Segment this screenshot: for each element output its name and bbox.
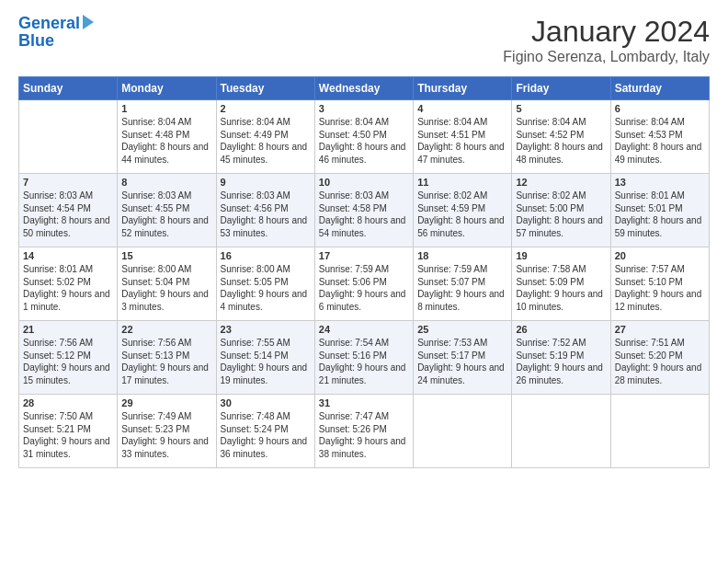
- day-info: Sunrise: 7:50 AMSunset: 5:21 PMDaylight:…: [23, 410, 113, 460]
- day-cell: 23Sunrise: 7:55 AMSunset: 5:14 PMDayligh…: [216, 321, 314, 395]
- logo-text: General: [18, 15, 80, 33]
- day-number: 6: [615, 103, 705, 114]
- day-info: Sunrise: 8:04 AMSunset: 4:48 PMDaylight:…: [121, 116, 211, 166]
- day-number: 24: [319, 324, 409, 335]
- week-row-5: 28Sunrise: 7:50 AMSunset: 5:21 PMDayligh…: [19, 395, 710, 468]
- day-number: 9: [221, 177, 311, 188]
- day-number: 16: [221, 250, 311, 261]
- day-info: Sunrise: 7:51 AMSunset: 5:20 PMDaylight:…: [615, 337, 705, 386]
- logo-blue: Blue: [18, 31, 94, 51]
- day-cell: 4Sunrise: 8:04 AMSunset: 4:51 PMDaylight…: [414, 100, 512, 174]
- day-cell: 26Sunrise: 7:52 AMSunset: 5:19 PMDayligh…: [512, 321, 610, 395]
- day-cell: [414, 395, 512, 468]
- day-info: Sunrise: 7:57 AMSunset: 5:10 PMDaylight:…: [615, 263, 705, 313]
- day-info: Sunrise: 8:03 AMSunset: 4:54 PMDaylight:…: [23, 190, 113, 239]
- day-cell: [512, 395, 610, 468]
- day-info: Sunrise: 8:04 AMSunset: 4:49 PMDaylight:…: [221, 116, 311, 166]
- title-block: January 2024 Figino Serenza, Lombardy, I…: [503, 15, 710, 65]
- day-number: 22: [121, 324, 211, 335]
- day-info: Sunrise: 7:59 AMSunset: 5:07 PMDaylight:…: [417, 263, 507, 313]
- week-row-1: 1Sunrise: 8:04 AMSunset: 4:48 PMDaylight…: [19, 100, 710, 174]
- day-info: Sunrise: 7:58 AMSunset: 5:09 PMDaylight:…: [516, 263, 606, 313]
- day-cell: 20Sunrise: 7:57 AMSunset: 5:10 PMDayligh…: [610, 247, 709, 321]
- day-cell: 13Sunrise: 8:01 AMSunset: 5:01 PMDayligh…: [610, 174, 709, 247]
- day-info: Sunrise: 8:00 AMSunset: 5:05 PMDaylight:…: [221, 263, 311, 313]
- week-row-3: 14Sunrise: 8:01 AMSunset: 5:02 PMDayligh…: [19, 247, 710, 321]
- day-number: 7: [23, 177, 113, 188]
- day-cell: 22Sunrise: 7:56 AMSunset: 5:13 PMDayligh…: [118, 321, 216, 395]
- day-number: 5: [516, 103, 606, 114]
- day-info: Sunrise: 7:52 AMSunset: 5:19 PMDaylight:…: [516, 337, 606, 386]
- calendar-table: Sunday Monday Tuesday Wednesday Thursday…: [18, 76, 710, 468]
- day-info: Sunrise: 8:01 AMSunset: 5:01 PMDaylight:…: [615, 190, 705, 239]
- day-info: Sunrise: 8:00 AMSunset: 5:04 PMDaylight:…: [121, 263, 211, 313]
- day-info: Sunrise: 7:56 AMSunset: 5:13 PMDaylight:…: [121, 337, 211, 386]
- day-info: Sunrise: 8:04 AMSunset: 4:53 PMDaylight:…: [615, 116, 705, 166]
- day-cell: 1Sunrise: 8:04 AMSunset: 4:48 PMDaylight…: [118, 100, 216, 174]
- day-cell: 5Sunrise: 8:04 AMSunset: 4:52 PMDaylight…: [512, 100, 610, 174]
- day-cell: 8Sunrise: 8:03 AMSunset: 4:55 PMDaylight…: [118, 174, 216, 247]
- day-info: Sunrise: 7:59 AMSunset: 5:06 PMDaylight:…: [319, 263, 409, 313]
- location: Figino Serenza, Lombardy, Italy: [503, 49, 710, 65]
- col-sunday: Sunday: [19, 77, 118, 100]
- day-cell: 12Sunrise: 8:02 AMSunset: 5:00 PMDayligh…: [512, 174, 610, 247]
- day-cell: 7Sunrise: 8:03 AMSunset: 4:54 PMDaylight…: [19, 174, 118, 247]
- day-cell: 18Sunrise: 7:59 AMSunset: 5:07 PMDayligh…: [414, 247, 512, 321]
- day-cell: 24Sunrise: 7:54 AMSunset: 5:16 PMDayligh…: [314, 321, 413, 395]
- day-cell: 30Sunrise: 7:48 AMSunset: 5:24 PMDayligh…: [216, 395, 314, 468]
- day-cell: 15Sunrise: 8:00 AMSunset: 5:04 PMDayligh…: [118, 247, 216, 321]
- day-info: Sunrise: 7:49 AMSunset: 5:23 PMDaylight:…: [121, 410, 211, 460]
- day-number: 10: [319, 177, 409, 188]
- day-number: 27: [615, 324, 705, 335]
- day-cell: [19, 100, 118, 174]
- col-saturday: Saturday: [610, 77, 709, 100]
- day-number: 31: [319, 397, 409, 408]
- day-cell: 16Sunrise: 8:00 AMSunset: 5:05 PMDayligh…: [216, 247, 314, 321]
- day-info: Sunrise: 8:03 AMSunset: 4:55 PMDaylight:…: [121, 190, 211, 239]
- day-number: 17: [319, 250, 409, 261]
- col-tuesday: Tuesday: [216, 77, 314, 100]
- logo-arrow-icon: [83, 15, 94, 29]
- week-row-4: 21Sunrise: 7:56 AMSunset: 5:12 PMDayligh…: [19, 321, 710, 395]
- day-number: 30: [221, 397, 311, 408]
- day-cell: 28Sunrise: 7:50 AMSunset: 5:21 PMDayligh…: [19, 395, 118, 468]
- day-number: 11: [417, 177, 507, 188]
- day-cell: [610, 395, 709, 468]
- header-row: Sunday Monday Tuesday Wednesday Thursday…: [19, 77, 710, 100]
- day-number: 3: [319, 103, 409, 114]
- day-info: Sunrise: 8:04 AMSunset: 4:52 PMDaylight:…: [516, 116, 606, 166]
- day-cell: 14Sunrise: 8:01 AMSunset: 5:02 PMDayligh…: [19, 247, 118, 321]
- day-number: 20: [615, 250, 705, 261]
- header: General Blue January 2024 Figino Serenza…: [18, 15, 710, 65]
- day-info: Sunrise: 8:01 AMSunset: 5:02 PMDaylight:…: [23, 263, 113, 313]
- day-info: Sunrise: 7:47 AMSunset: 5:26 PMDaylight:…: [319, 410, 409, 460]
- logo: General Blue: [18, 15, 94, 51]
- day-cell: 6Sunrise: 8:04 AMSunset: 4:53 PMDaylight…: [610, 100, 709, 174]
- day-number: 18: [417, 250, 507, 261]
- day-number: 25: [417, 324, 507, 335]
- day-info: Sunrise: 7:53 AMSunset: 5:17 PMDaylight:…: [417, 337, 507, 386]
- day-cell: 17Sunrise: 7:59 AMSunset: 5:06 PMDayligh…: [314, 247, 413, 321]
- day-info: Sunrise: 8:02 AMSunset: 5:00 PMDaylight:…: [516, 190, 606, 239]
- day-number: 23: [221, 324, 311, 335]
- day-info: Sunrise: 7:56 AMSunset: 5:12 PMDaylight:…: [23, 337, 113, 386]
- day-cell: 19Sunrise: 7:58 AMSunset: 5:09 PMDayligh…: [512, 247, 610, 321]
- day-cell: 29Sunrise: 7:49 AMSunset: 5:23 PMDayligh…: [118, 395, 216, 468]
- month-title: January 2024: [503, 15, 710, 49]
- day-number: 26: [516, 324, 606, 335]
- day-cell: 11Sunrise: 8:02 AMSunset: 4:59 PMDayligh…: [414, 174, 512, 247]
- day-number: 1: [121, 103, 211, 114]
- day-cell: 10Sunrise: 8:03 AMSunset: 4:58 PMDayligh…: [314, 174, 413, 247]
- day-number: 13: [615, 177, 705, 188]
- week-row-2: 7Sunrise: 8:03 AMSunset: 4:54 PMDaylight…: [19, 174, 710, 247]
- day-number: 29: [121, 397, 211, 408]
- day-number: 4: [417, 103, 507, 114]
- day-cell: 9Sunrise: 8:03 AMSunset: 4:56 PMDaylight…: [216, 174, 314, 247]
- day-cell: 21Sunrise: 7:56 AMSunset: 5:12 PMDayligh…: [19, 321, 118, 395]
- day-number: 14: [23, 250, 113, 261]
- col-monday: Monday: [118, 77, 216, 100]
- day-number: 2: [221, 103, 311, 114]
- day-info: Sunrise: 8:02 AMSunset: 4:59 PMDaylight:…: [417, 190, 507, 239]
- day-number: 19: [516, 250, 606, 261]
- day-info: Sunrise: 8:04 AMSunset: 4:51 PMDaylight:…: [417, 116, 507, 166]
